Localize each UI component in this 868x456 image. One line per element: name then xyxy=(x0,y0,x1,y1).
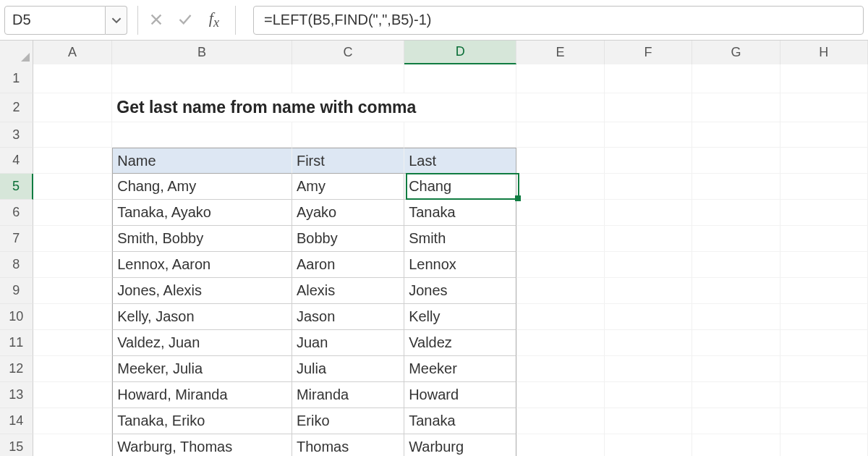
row-header-13[interactable]: 13 xyxy=(0,382,33,408)
cell-G14[interactable] xyxy=(692,408,780,434)
cell-G2[interactable] xyxy=(692,93,780,122)
cell-E5[interactable] xyxy=(516,174,604,200)
cell-name[interactable]: Kelly, Jason xyxy=(112,304,292,330)
cell-H5[interactable] xyxy=(780,174,868,200)
cell-last[interactable]: Kelly xyxy=(404,304,516,330)
row-header-12[interactable]: 12 xyxy=(0,356,33,382)
row-header-6[interactable]: 6 xyxy=(0,200,33,226)
col-header-A[interactable]: A xyxy=(33,41,112,64)
cell-E7[interactable] xyxy=(516,226,604,252)
row-header-8[interactable]: 8 xyxy=(0,252,33,278)
row-header-1[interactable]: 1 xyxy=(0,64,33,93)
cell-B3[interactable] xyxy=(112,122,292,148)
cancel-formula-button[interactable] xyxy=(148,14,164,25)
cell-first[interactable]: Juan xyxy=(292,330,404,356)
cell-G10[interactable] xyxy=(692,304,780,330)
cell-E11[interactable] xyxy=(516,330,604,356)
cell-name[interactable]: Warburg, Thomas xyxy=(112,434,292,456)
cell-first[interactable]: Miranda xyxy=(292,382,404,408)
cell-H7[interactable] xyxy=(780,226,868,252)
cell-E10[interactable] xyxy=(516,304,604,330)
cell-G1[interactable] xyxy=(692,64,780,93)
cell-E15[interactable] xyxy=(516,434,604,456)
cell-E13[interactable] xyxy=(516,382,604,408)
cell-first[interactable]: Amy xyxy=(292,174,404,200)
cell-E9[interactable] xyxy=(516,278,604,304)
cell-H14[interactable] xyxy=(780,408,868,434)
table-header-name[interactable]: Name xyxy=(112,148,292,174)
cell-F7[interactable] xyxy=(605,226,692,252)
cell-E12[interactable] xyxy=(516,356,604,382)
cell-H2[interactable] xyxy=(780,93,868,122)
cell-F12[interactable] xyxy=(605,356,692,382)
cell-name[interactable]: Valdez, Juan xyxy=(112,330,292,356)
insert-function-button[interactable]: fx xyxy=(206,9,222,30)
cell-H4[interactable] xyxy=(780,148,868,174)
cell-H11[interactable] xyxy=(780,330,868,356)
formula-input[interactable] xyxy=(253,6,864,35)
cell-A13[interactable] xyxy=(33,382,112,408)
cell-last[interactable]: Jones xyxy=(404,278,516,304)
cell-first[interactable]: Alexis xyxy=(292,278,404,304)
cell-A4[interactable] xyxy=(33,148,112,174)
cell-F9[interactable] xyxy=(605,278,692,304)
cell-last[interactable]: Tanaka xyxy=(404,200,516,226)
row-header-11[interactable]: 11 xyxy=(0,330,33,356)
cell-first[interactable]: Julia xyxy=(292,356,404,382)
cell-G3[interactable] xyxy=(692,122,780,148)
cell-F15[interactable] xyxy=(605,434,692,456)
cell-first[interactable]: Bobby xyxy=(292,226,404,252)
cell-F6[interactable] xyxy=(605,200,692,226)
cell-name[interactable]: Jones, Alexis xyxy=(112,278,292,304)
cell-G15[interactable] xyxy=(692,434,780,456)
cell-A11[interactable] xyxy=(33,330,112,356)
cell-A15[interactable] xyxy=(33,434,112,456)
cell-B1[interactable] xyxy=(112,64,292,93)
cell-D3[interactable] xyxy=(404,122,516,148)
cell-G7[interactable] xyxy=(692,226,780,252)
cell-G13[interactable] xyxy=(692,382,780,408)
col-header-B[interactable]: B xyxy=(112,41,292,64)
row-header-9[interactable]: 9 xyxy=(0,278,33,304)
col-header-G[interactable]: G xyxy=(692,41,780,64)
cell-F2[interactable] xyxy=(605,93,692,122)
cell-H3[interactable] xyxy=(780,122,868,148)
cell-F1[interactable] xyxy=(605,64,692,93)
cell-F8[interactable] xyxy=(605,252,692,278)
cell-A10[interactable] xyxy=(33,304,112,330)
cell-G5[interactable] xyxy=(692,174,780,200)
cell-last[interactable]: Meeker xyxy=(404,356,516,382)
row-header-15[interactable]: 15 xyxy=(0,434,33,456)
cell-last[interactable]: Warburg xyxy=(404,434,516,456)
cell-H12[interactable] xyxy=(780,356,868,382)
cell-E1[interactable] xyxy=(516,64,604,93)
cell-A6[interactable] xyxy=(33,200,112,226)
cell-name[interactable]: Howard, Miranda xyxy=(112,382,292,408)
cell-last[interactable]: Valdez xyxy=(404,330,516,356)
cell-last[interactable]: Howard xyxy=(404,382,516,408)
cell-name[interactable]: Tanaka, Ayako xyxy=(112,200,292,226)
cell-H13[interactable] xyxy=(780,382,868,408)
col-header-C[interactable]: C xyxy=(292,41,404,64)
cell-C1[interactable] xyxy=(292,64,404,93)
cell-A1[interactable] xyxy=(33,64,112,93)
cell-F3[interactable] xyxy=(605,122,692,148)
cell-A3[interactable] xyxy=(33,122,112,148)
cell-last[interactable]: Tanaka xyxy=(404,408,516,434)
cell-F5[interactable] xyxy=(605,174,692,200)
cell-E3[interactable] xyxy=(516,122,604,148)
cell-F11[interactable] xyxy=(605,330,692,356)
col-header-F[interactable]: F xyxy=(605,41,692,64)
cell-last[interactable]: Smith xyxy=(404,226,516,252)
cell-E6[interactable] xyxy=(516,200,604,226)
row-header-4[interactable]: 4 xyxy=(0,148,33,174)
cell-first[interactable]: Aaron xyxy=(292,252,404,278)
cell-F14[interactable] xyxy=(605,408,692,434)
select-all-corner[interactable] xyxy=(0,41,33,64)
cell-C3[interactable] xyxy=(292,122,404,148)
col-header-E[interactable]: E xyxy=(516,41,604,64)
cell-G11[interactable] xyxy=(692,330,780,356)
cell-H9[interactable] xyxy=(780,278,868,304)
cell-A12[interactable] xyxy=(33,356,112,382)
cell-name[interactable]: Lennox, Aaron xyxy=(112,252,292,278)
